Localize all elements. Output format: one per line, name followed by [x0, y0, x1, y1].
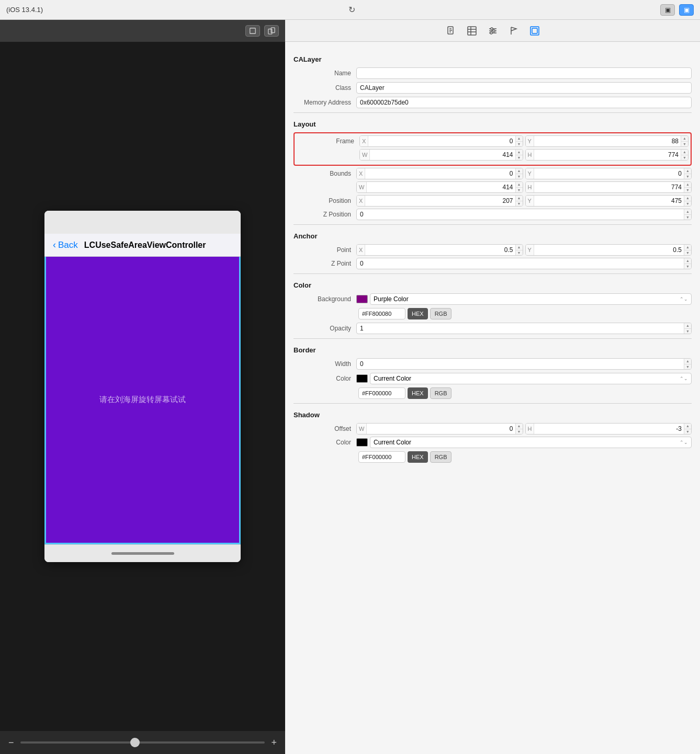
border-rgb-button[interactable]: RGB: [430, 387, 452, 399]
position-y-spinner[interactable]: ▲ ▼: [684, 195, 691, 207]
frame-h-down[interactable]: ▼: [681, 155, 688, 161]
bounds-y-spinner[interactable]: ▲ ▼: [684, 168, 691, 179]
background-color-select[interactable]: Purple Color ⌃⌄: [370, 293, 692, 305]
frame-x-spinner[interactable]: ▲ ▼: [515, 135, 523, 147]
bounds-x-spinner[interactable]: ▲ ▼: [515, 168, 523, 179]
back-button[interactable]: ‹ Back: [53, 239, 78, 250]
inspector-table-icon[interactable]: [465, 24, 479, 38]
frame-x-up[interactable]: ▲: [516, 135, 523, 142]
anchor-x-spinner[interactable]: ▲ ▼: [515, 244, 523, 256]
bounds-h-field[interactable]: H 774 ▲ ▼: [525, 181, 692, 193]
anchor-x-value[interactable]: 0.5: [365, 246, 515, 254]
bounds-x-field[interactable]: X 0 ▲ ▼: [356, 168, 523, 179]
bounds-w-value[interactable]: 414: [367, 184, 515, 191]
shadow-h-spinner[interactable]: ▲ ▼: [684, 423, 691, 435]
zpoint-value[interactable]: 0: [357, 260, 684, 267]
shadow-w-value[interactable]: 0: [367, 425, 515, 432]
zposition-value[interactable]: 0: [357, 211, 684, 218]
frame-w-field[interactable]: W 414 ▲ ▼: [359, 149, 523, 161]
bounds-h-spinner[interactable]: ▲ ▼: [684, 181, 691, 193]
frame-h-field[interactable]: H 774 ▲ ▼: [525, 149, 689, 161]
bounds-y-value[interactable]: 0: [534, 170, 684, 177]
frame-h-up[interactable]: ▲: [681, 149, 688, 155]
position-x-value[interactable]: 207: [365, 197, 515, 204]
background-label: Background: [293, 295, 356, 303]
refresh-button[interactable]: ↻: [348, 5, 355, 15]
zposition-spinner[interactable]: ▲ ▼: [684, 209, 691, 220]
back-chevron-icon: ‹: [53, 239, 56, 250]
position-x-spinner[interactable]: ▲ ▼: [515, 195, 523, 207]
shadow-h-field[interactable]: H -3 ▲ ▼: [525, 423, 692, 435]
border-hex-button[interactable]: HEX: [408, 387, 428, 399]
inspector-layers-icon[interactable]: [527, 24, 542, 38]
zpoint-field[interactable]: 0 ▲ ▼: [356, 258, 692, 269]
shadow-w-field[interactable]: W 0 ▲ ▼: [356, 423, 523, 435]
inspector-flag-icon[interactable]: [506, 24, 521, 38]
opacity-value[interactable]: 1: [357, 325, 684, 332]
border-width-value[interactable]: 0: [357, 360, 684, 368]
frame-y-up[interactable]: ▲: [681, 135, 688, 142]
zpoint-spinner[interactable]: ▲ ▼: [684, 258, 691, 269]
sidebar-right-button[interactable]: ▣: [679, 4, 694, 16]
background-color-swatch: [356, 295, 368, 303]
frame-w-down[interactable]: ▼: [516, 155, 523, 161]
frame-w-up[interactable]: ▲: [516, 149, 523, 155]
border-color-field[interactable]: Current Color ⌃⌄: [356, 373, 692, 384]
border-width-spinner[interactable]: ▲ ▼: [684, 358, 691, 370]
anchor-x-field[interactable]: X 0.5 ▲ ▼: [356, 244, 523, 256]
frame-y-down[interactable]: ▼: [681, 142, 688, 147]
frame-y-spinner[interactable]: ▲ ▼: [681, 135, 688, 147]
shadow-h-value[interactable]: -3: [534, 425, 684, 432]
frame-h-value[interactable]: 774: [534, 151, 681, 158]
position-y-field[interactable]: Y 475 ▲ ▼: [525, 195, 692, 207]
anchor-y-spinner[interactable]: ▲ ▼: [684, 244, 691, 256]
frame-w-value[interactable]: 414: [370, 151, 515, 158]
zoom-in-button[interactable]: +: [271, 737, 277, 748]
sidebar-left-button[interactable]: ▣: [660, 4, 675, 16]
name-value[interactable]: [356, 67, 692, 79]
position-y-value[interactable]: 475: [534, 197, 684, 204]
position-x-field[interactable]: X 207 ▲ ▼: [356, 195, 523, 207]
background-rgb-button[interactable]: RGB: [430, 308, 452, 319]
opacity-spinner[interactable]: ▲ ▼: [684, 323, 691, 334]
class-value[interactable]: CALayer: [356, 82, 692, 94]
shadow-hex-button[interactable]: HEX: [408, 451, 428, 463]
background-hex-button[interactable]: HEX: [408, 308, 428, 319]
bounds-w-field[interactable]: W 414 ▲ ▼: [356, 181, 523, 193]
zoom-slider-thumb[interactable]: [130, 738, 140, 747]
inspector-file-icon[interactable]: [444, 24, 458, 38]
background-color-field[interactable]: Purple Color ⌃⌄: [356, 293, 692, 305]
shadow-hex-input[interactable]: #FF000000: [358, 451, 405, 463]
zposition-field[interactable]: 0 ▲ ▼: [356, 209, 692, 220]
shadow-offset-fields: W 0 ▲ ▼ H -3 ▲ ▼: [356, 423, 692, 435]
anchor-y-field[interactable]: Y 0.5 ▲ ▼: [525, 244, 692, 256]
inspector-sliders-icon[interactable]: [486, 24, 500, 38]
border-hex-input[interactable]: #FF000000: [358, 387, 405, 399]
frame-button[interactable]: [245, 25, 260, 37]
opacity-field[interactable]: 1 ▲ ▼: [356, 323, 692, 334]
bounds-w-spinner[interactable]: ▲ ▼: [515, 181, 523, 193]
anchor-y-value[interactable]: 0.5: [534, 246, 684, 254]
shadow-rgb-button[interactable]: RGB: [430, 451, 452, 463]
frame-x-field[interactable]: X 0 ▲ ▼: [359, 135, 523, 147]
frame-x-value[interactable]: 0: [368, 138, 515, 145]
bounds-h-value[interactable]: 774: [534, 184, 684, 191]
background-hex-input[interactable]: #FF800080: [358, 308, 405, 319]
shadow-w-spinner[interactable]: ▲ ▼: [515, 423, 523, 435]
memory-value[interactable]: 0x600002b75de0: [356, 97, 692, 108]
frame-h-spinner[interactable]: ▲ ▼: [681, 149, 688, 161]
frame-x-down[interactable]: ▼: [516, 142, 523, 147]
zoom-out-button[interactable]: −: [8, 737, 14, 748]
shadow-color-field[interactable]: Current Color ⌃⌄: [356, 437, 692, 448]
zoom-slider-track[interactable]: [20, 741, 265, 744]
frame-y-field[interactable]: Y 88 ▲ ▼: [525, 135, 689, 147]
bounds-x-label: X: [357, 168, 365, 179]
bounds-x-value[interactable]: 0: [365, 170, 515, 177]
frame-y-value[interactable]: 88: [534, 138, 681, 145]
border-color-select[interactable]: Current Color ⌃⌄: [370, 373, 692, 384]
bounds-y-field[interactable]: Y 0 ▲ ▼: [525, 168, 692, 179]
frame-w-spinner[interactable]: ▲ ▼: [515, 149, 523, 161]
rotate-button[interactable]: [264, 25, 279, 37]
shadow-color-select[interactable]: Current Color ⌃⌄: [370, 437, 692, 448]
border-width-field[interactable]: 0 ▲ ▼: [356, 358, 692, 370]
